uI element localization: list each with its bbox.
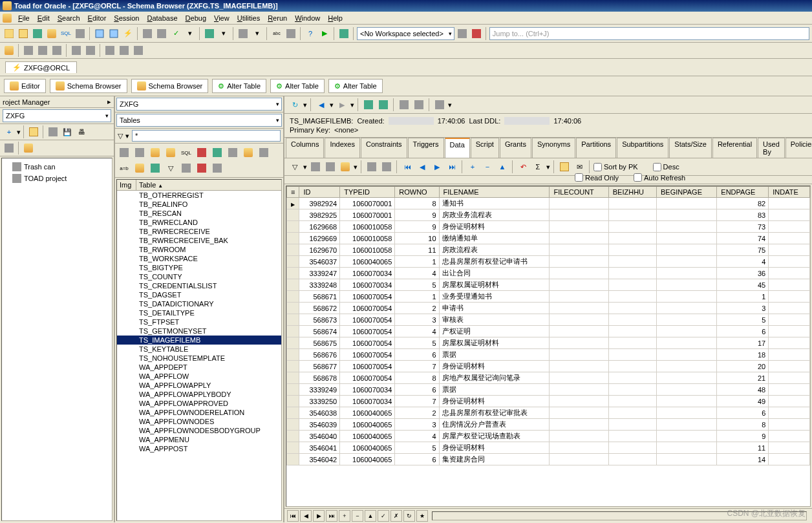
doc-tab-2[interactable]: Schema Browser [131, 79, 209, 93]
detail-tab-synonyms[interactable]: Synonyms [532, 138, 575, 158]
detail-tab-subpartitions[interactable]: Subpartitions [617, 138, 668, 158]
tool6-icon[interactable]: ▾ [251, 27, 264, 40]
grid-row[interactable]: 56867710600700547身份证明材料20 [287, 361, 810, 372]
grid-row-header[interactable] [287, 337, 299, 349]
grid-row-header[interactable] [287, 384, 299, 396]
grid-row-header[interactable] [287, 361, 299, 372]
desc-check[interactable]: Desc [653, 163, 679, 171]
detail-tab-columns[interactable]: Columns [286, 138, 324, 158]
table-row[interactable]: TS_IMAGEFILEMB [117, 336, 281, 345]
tool1-icon[interactable] [141, 27, 154, 40]
menu-search[interactable]: Search [54, 13, 84, 23]
table-row[interactable]: TB_RWRECLAND [117, 218, 281, 227]
tool5-icon[interactable] [237, 27, 250, 40]
workspace-combo[interactable]: <No Workspace selected> [357, 27, 454, 40]
table-row[interactable]: WA_APPPOST [117, 444, 281, 453]
sec-tool3-icon[interactable] [36, 44, 49, 57]
connection-tab-active[interactable]: ⚡ ZXFG@ORCL [5, 61, 77, 73]
sec-tool2-icon[interactable] [22, 44, 35, 57]
menu-file[interactable]: File [14, 13, 34, 23]
table-row[interactable]: TB_WORKSPACE [117, 254, 281, 263]
gn-next-icon[interactable]: ▶ [313, 510, 325, 522]
table-row[interactable]: TS_COUNTY [117, 272, 281, 281]
grid-col-BEGINPAGE[interactable]: BEGINPAGE [657, 187, 717, 198]
table-row[interactable]: TS_NOHOUSETEMPLATE [117, 354, 281, 363]
menu-utilities[interactable]: Utilities [233, 13, 264, 23]
grid-row[interactable]: 354604010600400654房屋产权登记现场查勘表9 [287, 431, 810, 442]
gn-cancel-icon[interactable]: ✗ [390, 510, 402, 522]
detail-tab-indexes[interactable]: Indexes [325, 138, 360, 158]
gn-refresh-icon[interactable]: ↻ [403, 510, 415, 522]
nav-tool5-icon[interactable] [433, 98, 446, 111]
tool7-icon[interactable]: abc [270, 27, 283, 40]
grid-row[interactable]: 398292410600700018通知书82 [287, 198, 810, 209]
menu-rerun[interactable]: Rerun [264, 13, 291, 23]
detail-tab-policies[interactable]: Policies [785, 138, 812, 158]
grid-row-header[interactable] [287, 291, 299, 303]
sec-tool5-icon[interactable] [70, 44, 83, 57]
grid-col-INDATE[interactable]: INDATE [769, 187, 810, 198]
doc-tab-3[interactable]: ⚙Alter Table [212, 79, 266, 93]
detail-tab-stats/size[interactable]: Stats/Size [669, 138, 712, 158]
detail-tab-referential[interactable]: Referential [712, 138, 757, 158]
sec-tool6-icon[interactable] [84, 44, 97, 57]
table-row[interactable]: WA_APPDEPT [117, 363, 281, 372]
menu-window[interactable]: Window [291, 13, 324, 23]
grid-col-TYPEID[interactable]: TYPEID [340, 187, 395, 198]
sec-tool4-icon[interactable] [50, 44, 63, 57]
obj-tool14-icon[interactable] [195, 162, 208, 175]
table-row[interactable]: WA_APPFLOW [117, 372, 281, 381]
sec-tool7-icon[interactable] [103, 44, 116, 57]
win2-icon[interactable] [107, 27, 120, 40]
grid-row-header[interactable] [287, 244, 299, 256]
dt-last-icon[interactable]: ⏭ [445, 160, 458, 173]
gn-last-icon[interactable]: ⏭ [326, 510, 337, 522]
dt-next-icon[interactable]: ▶ [431, 160, 443, 173]
obj-funnel-icon[interactable]: ▽ [164, 162, 177, 175]
sql-recall-icon[interactable]: SQL [59, 27, 72, 40]
ws-tool1-icon[interactable] [456, 27, 469, 40]
grid-row-header[interactable] [287, 256, 299, 268]
dt-mail-icon[interactable]: ✉ [573, 160, 586, 173]
doc-tab-1[interactable]: Schema Browser [50, 79, 127, 93]
grid-row[interactable]: 56867310600700543审核表5 [287, 314, 810, 326]
table-row[interactable]: WA_APPFLOWNODESBODYGROUP [117, 426, 281, 435]
flash-icon[interactable]: ⚡ [122, 27, 134, 40]
tool9-icon[interactable]: ▶ [318, 27, 331, 40]
obj-tool13-icon[interactable] [180, 162, 193, 175]
editor-icon[interactable] [31, 27, 44, 40]
dt-del-icon[interactable]: − [481, 160, 494, 173]
table-row[interactable]: TB_RWRECRECEIVE [117, 227, 281, 236]
grid-row-header[interactable] [287, 198, 299, 209]
doc-tab-0[interactable]: Editor [4, 79, 46, 93]
commit-icon[interactable]: ✓ [169, 27, 182, 40]
detail-tab-used by[interactable]: Used By [758, 138, 785, 158]
nav-tool3-icon[interactable] [398, 98, 411, 111]
nav-tool1-icon[interactable] [362, 98, 375, 111]
grid-row-header[interactable] [287, 268, 299, 279]
read-only-check[interactable]: Read Only [575, 173, 619, 182]
detail-tab-script[interactable]: Script [471, 138, 499, 158]
grid-row-header[interactable] [287, 372, 299, 384]
gn-edit-icon[interactable]: ▲ [365, 510, 376, 522]
obj-tool11-icon[interactable] [133, 162, 146, 175]
dt-export-icon[interactable] [558, 160, 571, 173]
grid-row[interactable]: 1629669106001005810缴纳通知单74 [287, 233, 810, 244]
pm-schema-combo[interactable]: ZXFG [3, 109, 111, 122]
obj-tool3-icon[interactable] [149, 146, 162, 159]
dt-first-icon[interactable]: ⏮ [401, 160, 414, 173]
table-row[interactable]: TB_OTHERREGIST [117, 191, 281, 200]
grid-row-header[interactable] [287, 314, 299, 326]
sec-tool1-icon[interactable] [3, 44, 16, 57]
table-row[interactable]: TS_CREDENTIALSLIST [117, 281, 281, 290]
pm-tree-icon[interactable] [3, 142, 16, 155]
tool3-icon[interactable] [203, 27, 216, 40]
schema-select[interactable]: ZXFG [116, 98, 282, 111]
grid-row[interactable]: 56867210600700542申请书3 [287, 303, 810, 314]
tool10-icon[interactable] [337, 27, 350, 40]
grid-row[interactable]: 398292510600700019房政业务流程表83 [287, 209, 810, 221]
gn-first-icon[interactable]: ⏮ [287, 510, 299, 522]
detail-tab-partitions[interactable]: Partitions [576, 138, 616, 158]
grid-row-header[interactable] [287, 303, 299, 314]
pm-new-icon[interactable] [47, 125, 59, 138]
